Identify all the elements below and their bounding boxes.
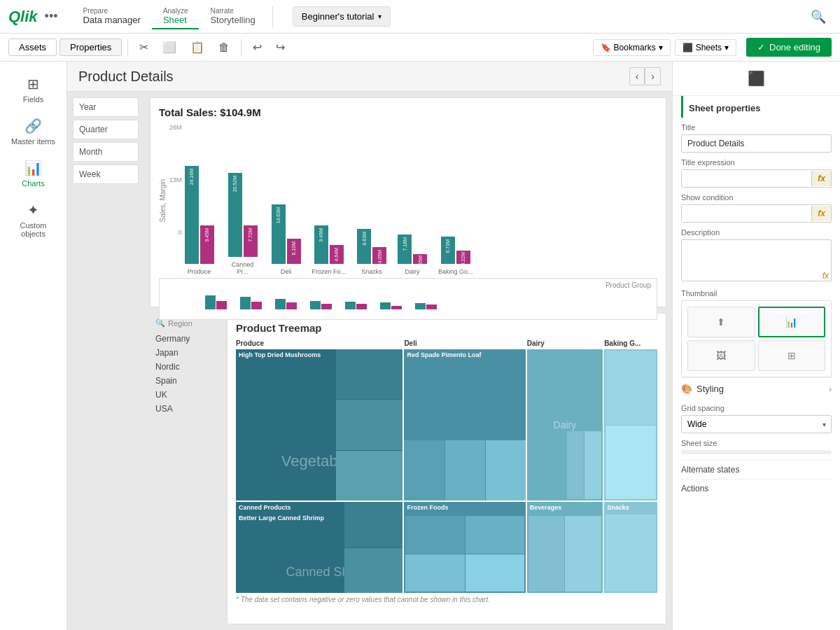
description-input[interactable]	[681, 239, 832, 281]
tutorial-button[interactable]: Beginner's tutorial ▾	[293, 6, 391, 27]
thumbnail-grid[interactable]: ⊞	[758, 340, 826, 371]
treemap-visual: Produce High Top Dried Mushrooms Vegetab…	[236, 340, 657, 500]
bar-deli-magenta-label: 6.10M	[290, 240, 298, 256]
search-button[interactable]: 🔍	[805, 4, 832, 30]
sheets-label: Sheets	[696, 43, 722, 52]
nav-prepare[interactable]: Prepare Data manager	[71, 4, 151, 29]
bar-frozen-teal-label: 9.49M	[317, 227, 325, 243]
title-expression-input[interactable]	[682, 170, 811, 187]
app-menu-dots[interactable]: •••	[45, 9, 58, 24]
filter-year[interactable]: Year	[73, 97, 139, 117]
bar-produce-magenta: 9.45M	[200, 225, 214, 264]
nav-narrate-top: Narrate	[210, 7, 255, 15]
filter-quarter[interactable]: Quarter	[73, 120, 139, 139]
thumbnail-label: Thumbnail	[681, 289, 832, 298]
region-nordic[interactable]: Nordic	[155, 360, 221, 374]
nav-narrate[interactable]: Narrate Storytelling	[199, 4, 266, 29]
copy-button[interactable]: ⬜	[157, 38, 182, 57]
styling-label: 🎨 Styling	[681, 384, 724, 394]
bar-canned-teal-label: 20.52M	[231, 174, 239, 193]
y-tick-0: 0	[169, 229, 182, 236]
bar-dairy-teal: 7.18M	[398, 234, 412, 264]
region-label: Region	[168, 319, 192, 328]
treemap-produce-header: Produce	[236, 340, 402, 347]
right-panel-content: Sheet properties Title Title expression …	[673, 96, 840, 506]
styling-row[interactable]: 🎨 Styling ›	[681, 377, 832, 400]
region-usa[interactable]: USA	[155, 402, 221, 416]
region-spain[interactable]: Spain	[155, 374, 221, 388]
lower-section: 🔍 Region Germany Japan Nordic Spain UK U…	[150, 313, 666, 624]
title-input[interactable]	[681, 134, 832, 153]
treemap-deli-cell[interactable]: Red Spade Pimento Loaf Meat	[404, 349, 525, 500]
nav-analyze[interactable]: Analyze Sheet	[152, 4, 200, 29]
cut-button[interactable]: ✂	[134, 38, 154, 57]
treemap-baking-cell[interactable]	[604, 349, 657, 500]
bar-frozen-magenta-label: 4.64M	[332, 246, 340, 262]
svg-rect-0	[205, 295, 216, 309]
bar-baking-teal: 6.73M	[441, 237, 455, 264]
bookmarks-button[interactable]: 🔖 Bookmarks ▾	[593, 39, 671, 56]
description-fx-button[interactable]: fx	[822, 271, 829, 281]
region-japan[interactable]: Japan	[155, 346, 221, 360]
treemap-dairy-cell[interactable]: Dairy	[527, 349, 603, 500]
filter-month[interactable]: Month	[73, 142, 139, 162]
bar-snacks: 8.63M 4.05M Snacks	[357, 229, 386, 275]
filter-panel: Year Quarter Month Week	[67, 92, 144, 630]
sidebar-item-master-items[interactable]: 🔗 Master items	[6, 112, 62, 151]
treemap-snacks-cell[interactable]: Snacks	[604, 502, 657, 593]
sidebar-item-custom-objects[interactable]: ✦ Custom objects	[6, 196, 62, 244]
redo-button[interactable]: ↪	[270, 38, 290, 57]
treemap-produce-cell[interactable]: High Top Dried Mushrooms Vegetables	[236, 349, 402, 500]
grid-spacing-select[interactable]: Wide Medium Narrow	[681, 415, 832, 433]
thumbnail-chart[interactable]: 📊	[758, 307, 826, 337]
treemap-snacks-section-label: Snacks	[607, 504, 629, 511]
sheet-content: Year Quarter Month Week Total Sales: $10…	[67, 92, 672, 630]
done-editing-button[interactable]: ✓ Done editing	[746, 38, 832, 57]
treemap-beverages-sub1	[528, 516, 565, 592]
sidebar-item-fields[interactable]: ⊞ Fields	[6, 70, 62, 109]
filter-week[interactable]: Week	[73, 164, 139, 184]
treemap-canned-sub1	[344, 502, 402, 547]
bar-snacks-teal: 8.63M	[357, 229, 371, 264]
treemap-row2: Canned Products Better Large Canned Shri…	[236, 502, 657, 593]
sidebar-item-charts[interactable]: 📊 Charts	[6, 154, 62, 193]
treemap-deli-subcells	[404, 440, 525, 500]
title-expression-label: Title expression	[681, 158, 832, 167]
styling-palette-icon: 🎨	[681, 384, 692, 394]
nav-separator	[272, 6, 273, 27]
thumbnail-upload[interactable]: ⬆	[687, 307, 755, 337]
treemap-title: Product Treemap	[236, 322, 657, 334]
bar-canned-magenta: 7.72M	[244, 225, 258, 257]
paste-button[interactable]: 📋	[185, 38, 210, 57]
qlik-logo: Qlik	[8, 8, 38, 26]
treemap-baking-sub1	[606, 351, 656, 425]
top-nav-right: 🔍	[805, 4, 832, 30]
bar-frozen: 9.49M 4.64M Frozen Fo...	[312, 225, 346, 275]
treemap-dairy-col: Dairy Dairy	[527, 340, 603, 500]
sheets-button[interactable]: ⬛ Sheets ▾	[675, 39, 736, 56]
fields-icon: ⊞	[27, 76, 39, 92]
bar-dairy-teal-label: 7.18M	[401, 236, 409, 252]
done-check-icon: ✓	[757, 42, 765, 52]
title-expression-fx-button[interactable]: fx	[811, 171, 831, 186]
region-uk[interactable]: UK	[155, 388, 221, 402]
bar-frozen-magenta: 4.64M	[330, 245, 344, 264]
region-germany[interactable]: Germany	[155, 332, 221, 346]
svg-rect-3	[251, 302, 262, 309]
sheet-properties-header: Sheet properties	[681, 96, 832, 118]
treemap-beverages-cell[interactable]: Beverages	[527, 502, 603, 593]
show-condition-input[interactable]	[682, 205, 811, 222]
undo-button[interactable]: ↩	[247, 38, 267, 57]
treemap-frozen-cell[interactable]: Frozen Foods	[404, 502, 525, 593]
thumbnail-image[interactable]: 🖼	[687, 340, 755, 371]
show-condition-fx-button[interactable]: fx	[811, 206, 831, 221]
bar-snacks-magenta-label: 4.05M	[376, 248, 384, 265]
tutorial-label: Beginner's tutorial	[302, 11, 374, 22]
sheet-prev-button[interactable]: ‹	[629, 67, 645, 85]
bar-deli-magenta: 6.10M	[287, 239, 301, 264]
treemap-canned-cell[interactable]: Canned Products Better Large Canned Shri…	[236, 502, 402, 593]
properties-tab[interactable]: Properties	[59, 38, 122, 56]
delete-button[interactable]: 🗑	[213, 38, 235, 57]
sheet-next-button[interactable]: ›	[645, 67, 661, 85]
assets-tab[interactable]: Assets	[8, 38, 57, 56]
